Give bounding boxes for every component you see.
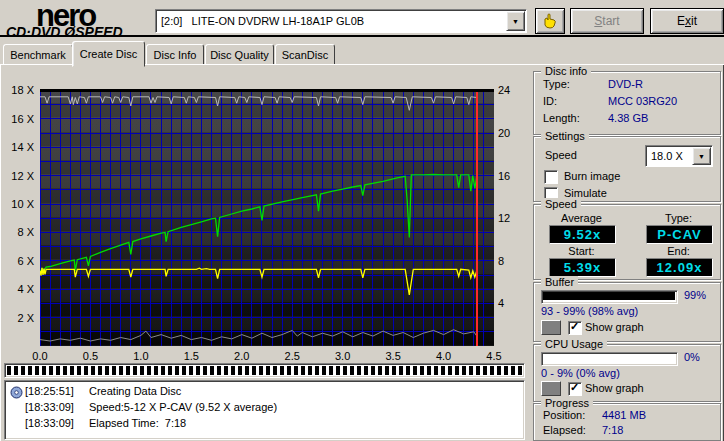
y-axis-tick: 4 X xyxy=(2,283,34,295)
right-axis-tick: 24 xyxy=(498,84,522,96)
eject-button[interactable] xyxy=(535,8,565,34)
group-title: Speed xyxy=(541,198,581,210)
disc-info-group: Disc info Type: DVD-R ID: MCC 03RG20 Len… xyxy=(533,71,721,135)
tab-disc-info[interactable]: Disc Info xyxy=(146,44,204,66)
tab-benchmark[interactable]: Benchmark xyxy=(3,44,73,66)
speed-chart: 18 X16 X14 X12 X10 X8 X6 X4 X2 X24201612… xyxy=(0,65,528,441)
tab-scandisc[interactable]: ScanDisc xyxy=(275,44,335,66)
disc-icon xyxy=(10,386,23,399)
cpu-color-swatch xyxy=(541,381,561,396)
series-write-speed xyxy=(40,175,477,273)
drive-select-arrow[interactable]: ▼ xyxy=(506,11,525,31)
x-axis-tick: 4.5 xyxy=(477,350,511,362)
burn-image-checkbox[interactable] xyxy=(544,170,558,184)
speed-select[interactable]: 18.0 X ▼ xyxy=(645,145,713,167)
series-buffer-level xyxy=(40,97,477,111)
start-button[interactable]: Start xyxy=(570,8,644,34)
tab-create-disc[interactable]: Create Disc xyxy=(72,41,145,67)
cpu-bar xyxy=(541,352,678,366)
right-axis-tick: 20 xyxy=(498,127,522,139)
log-text: Elapsed Time: 7:18 xyxy=(89,417,186,429)
status-log: [18:25:51] Creating Data Disc [18:33:09]… xyxy=(4,380,525,440)
start-speed-display: 5.39x xyxy=(549,258,616,277)
group-title: CPU Usage xyxy=(541,338,607,350)
y-axis-tick: 18 X xyxy=(2,84,34,96)
tab-disc-quality[interactable]: Disc Quality xyxy=(205,44,274,66)
elapsed-label: Elapsed: xyxy=(543,424,586,436)
buffer-show-graph-checkbox[interactable] xyxy=(568,321,582,335)
average-speed-display: 9.52x xyxy=(549,225,616,244)
buffer-percent: 99% xyxy=(684,289,706,301)
tab-label: Create Disc xyxy=(80,48,137,60)
tab-label: Disc Info xyxy=(154,49,197,61)
cpu-usage-group: CPU Usage 0% 0 - 9% (0% avg) Show graph xyxy=(533,344,721,402)
y-axis-tick: 10 X xyxy=(2,198,34,210)
disc-id-label: ID: xyxy=(543,95,557,107)
drive-select[interactable]: [2:0] LITE-ON DVDRW LH-18A1P GL0B ▼ xyxy=(155,9,527,33)
speed-group: Speed Average Type: 9.52x P-CAV Start: E… xyxy=(533,204,721,280)
plot-svg xyxy=(40,89,494,346)
buffer-color-swatch xyxy=(541,320,561,335)
speed-select-value: 18.0 X xyxy=(646,150,692,162)
tab-label: Disc Quality xyxy=(210,49,269,61)
start-label-accel: S xyxy=(594,14,602,28)
cpu-range: 0 - 9% (0% avg) xyxy=(541,367,620,379)
disc-id-value: MCC 03RG20 xyxy=(608,95,677,107)
type-label: Type: xyxy=(646,212,711,224)
header-divider xyxy=(0,35,724,37)
y-axis-tick: 12 X xyxy=(2,170,34,182)
buffer-bar xyxy=(541,290,678,304)
y-axis-tick: 6 X xyxy=(2,255,34,267)
disc-type-value: DVD-R xyxy=(608,78,643,90)
x-axis-tick: 1.5 xyxy=(174,350,208,362)
y-axis-tick: 16 X xyxy=(2,113,34,125)
group-title: Buffer xyxy=(541,276,578,288)
type-display: P-CAV xyxy=(646,225,713,244)
buffer-range: 93 - 99% (98% avg) xyxy=(541,305,638,317)
position-label: Position: xyxy=(543,409,585,421)
disc-type-label: Type: xyxy=(543,78,570,90)
end-speed-display: 12.09x xyxy=(646,258,713,277)
elapsed-value: 7:18 xyxy=(602,424,623,436)
series-requested-speed xyxy=(40,268,477,295)
plot-area xyxy=(40,89,494,346)
buffer-group: Buffer 99% 93 - 99% (98% avg) Show graph xyxy=(533,282,721,342)
log-row: [18:25:51] Creating Data Disc xyxy=(5,385,524,400)
log-time: [18:33:09] xyxy=(25,417,74,429)
brand-subtitle: CD·DVD ØSPEED xyxy=(6,24,123,40)
drive-select-value: [2:0] LITE-ON DVDRW LH-18A1P GL0B xyxy=(156,15,506,27)
right-axis-tick: 16 xyxy=(498,170,522,182)
group-title: Progress xyxy=(541,397,593,409)
header-bar: nero CD·DVD ØSPEED [2:0] LITE-ON DVDRW L… xyxy=(0,0,724,36)
average-label: Average xyxy=(549,212,614,224)
exit-label-rest: it xyxy=(691,14,697,28)
log-time: [18:33:09] xyxy=(25,401,74,413)
speed-select-arrow[interactable]: ▼ xyxy=(692,147,711,165)
group-title: Disc info xyxy=(541,65,591,77)
buffer-bar-fill xyxy=(543,292,675,300)
cpu-percent: 0% xyxy=(684,351,700,363)
log-text: Creating Data Disc xyxy=(89,385,181,397)
position-value: 4481 MB xyxy=(602,409,646,421)
start-label-rest: tart xyxy=(602,14,619,28)
cpu-show-graph-label: Show graph xyxy=(585,382,644,394)
exit-label-pre: E xyxy=(677,14,685,28)
right-axis-tick: 4 xyxy=(498,297,522,309)
x-axis-tick: 4.0 xyxy=(427,350,461,362)
cpu-show-graph-checkbox[interactable] xyxy=(568,382,582,396)
x-axis-tick: 1.0 xyxy=(124,350,158,362)
progress-group: Progress Position: 4481 MB Elapsed: 7:18 xyxy=(533,403,721,441)
settings-group: Settings Speed 18.0 X ▼ Burn image Simul… xyxy=(533,136,721,202)
group-title: Settings xyxy=(541,130,589,142)
exit-button[interactable]: Exit xyxy=(650,8,724,34)
write-progress-fill xyxy=(7,366,522,375)
log-row: [18:33:09] Speed:5-12 X P-CAV (9.52 X av… xyxy=(5,401,524,416)
write-progress-bar xyxy=(4,363,525,378)
tab-label: ScanDisc xyxy=(282,49,328,61)
start-speed-label: Start: xyxy=(549,245,614,257)
burn-image-label: Burn image xyxy=(564,170,620,182)
log-time: [18:25:51] xyxy=(25,385,74,397)
x-axis-tick: 0.5 xyxy=(73,350,107,362)
app-window: nero CD·DVD ØSPEED [2:0] LITE-ON DVDRW L… xyxy=(0,0,724,441)
hand-icon xyxy=(542,13,558,29)
